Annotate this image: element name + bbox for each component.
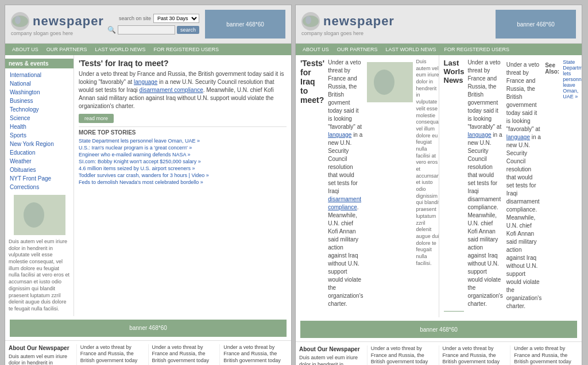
right-right-link2[interactable]: language: [506, 134, 530, 140]
left-sidebar-link-nyt[interactable]: NYT Front Page: [5, 174, 74, 183]
left-story-1[interactable]: U.S.: Iran's nuclear program is a 'great…: [79, 144, 287, 151]
left-sidebar-link-business[interactable]: Business: [5, 97, 74, 105]
left-search-bar: search on site Past 30 Days: [119, 14, 199, 23]
right-bottom-about-body: Duis autem vel eum iriure dolor in hendr…: [299, 355, 363, 365]
right-main-content: 'Tests' for Iraq to meet? Under a veto t…: [296, 55, 582, 317]
svg-point-3: [24, 202, 44, 228]
left-logo-tagline: company slogan goes here: [11, 30, 104, 36]
left-search-icon: 🔍: [107, 26, 116, 34]
right-see-also-label: See Also:: [545, 62, 559, 314]
left-search-input[interactable]: [118, 25, 175, 34]
left-search-button[interactable]: search: [177, 26, 199, 34]
left-nav-about[interactable]: ABOUT US: [9, 45, 42, 53]
left-sidebar-link-corrections[interactable]: Corrections: [5, 183, 74, 191]
right-left-link2[interactable]: disarmament compliance: [328, 196, 361, 210]
left-bottom-col2-body: Under a veto threat by France and Russia…: [152, 344, 216, 365]
left-sidebar-link-international[interactable]: International: [5, 71, 74, 79]
right-nav-world[interactable]: LAST WORLD NEWS: [382, 45, 440, 53]
right-left-content: 'Tests' for Iraq to meet? Under a veto t…: [296, 55, 439, 317]
left-sidebar-image: [14, 195, 65, 235]
svg-point-7: [374, 70, 394, 95]
left-main-body-link2[interactable]: disarmament compliance: [140, 87, 203, 93]
left-nav-bar: ABOUT US OUR PARTNERS LAST WORLD NEWS FO…: [5, 44, 291, 55]
left-main-body-link[interactable]: language: [134, 79, 157, 85]
right-bottom-col-3: Under a veto threat by France and Russia…: [510, 345, 582, 365]
left-bottom-about-title: About Our Newspaper: [9, 344, 73, 352]
left-read-more-button[interactable]: read more: [79, 114, 114, 123]
left-story-6[interactable]: Feds to demolish Nevada's most celebrate…: [79, 179, 287, 186]
right-bottom-col2-body: Under a veto threat by France and Russia…: [443, 345, 507, 365]
left-story-0[interactable]: State Department lets personnel leave Om…: [79, 137, 287, 144]
left-bottom-about-body: Duis autem vel eum iriure dolor in hendr…: [9, 354, 73, 365]
svg-point-5: [305, 16, 311, 24]
left-banner-top: banner 468*60: [205, 10, 285, 39]
right-story-0[interactable]: State Department lets personnel leave Om…: [563, 59, 582, 314]
right-bottom-col-1: Under a veto threat by France and Russia…: [368, 345, 439, 365]
right-logo-icon: [301, 12, 320, 30]
left-sidebar-link-sports[interactable]: Sports: [5, 131, 74, 140]
right-bottom-col3-body: Under a veto threat by France and Russia…: [514, 345, 578, 365]
left-content-area: 'Tests' for Iraq to meet? Under a veto t…: [74, 55, 291, 316]
right-left-headline: 'Tests' for Iraq to meet?: [300, 59, 324, 312]
right-sidebar-lorem: Duis autem vel eum iriure dolor in hendr…: [416, 59, 439, 314]
left-story-2[interactable]: Engineer who e-mailed warning defends NA…: [79, 151, 287, 158]
right-nav-about[interactable]: ABOUT US: [299, 45, 332, 53]
right-sidebar-image: [367, 62, 413, 102]
left-sidebar-link-national[interactable]: National: [5, 79, 74, 88]
right-logo-tagline: company slogan goes here: [301, 30, 394, 36]
right-right-body2: Under a veto threat by France and Russia…: [506, 61, 541, 310]
right-banner-middle: banner 468*60: [300, 321, 577, 338]
left-main-content: news & events International National Was…: [5, 55, 291, 316]
left-header-right: search on site Past 30 Days 🔍 search: [107, 14, 199, 34]
left-main-body: Under a veto threat by France and Russia…: [79, 70, 287, 110]
left-story-4[interactable]: 4.6 million items seized by U.S. airport…: [79, 165, 287, 172]
left-bottom-col-1: Under a veto threat by France and Russia…: [77, 344, 149, 365]
left-sidebar-link-science[interactable]: Science: [5, 114, 74, 122]
right-right-link1[interactable]: language: [467, 132, 491, 138]
left-search-select[interactable]: Past 30 Days: [153, 14, 199, 23]
right-last-world-title: Last Worls News: [444, 59, 465, 312]
left-sidebar-lorem: Duis autem vel eum iriure dolor in hendr…: [5, 239, 74, 313]
left-search-label: search on site: [119, 16, 151, 21]
left-search-input-wrap: 🔍 search: [107, 25, 199, 34]
left-nav-world[interactable]: LAST WORLD NEWS: [92, 45, 149, 53]
left-sidebar-link-washington[interactable]: Washington: [5, 88, 74, 97]
left-sidebar-link-obituaries[interactable]: Obituaries: [5, 166, 74, 174]
left-story-3[interactable]: SI.com: Bobby Knight won't accept $250,0…: [79, 158, 287, 165]
left-sidebar-link-education[interactable]: Education: [5, 148, 74, 157]
right-right-content: Last Worls News Under a veto threat by F…: [439, 55, 582, 317]
right-bottom-col-2: Under a veto threat by France and Russia…: [439, 345, 511, 365]
left-banner-middle: banner 468*60: [10, 320, 287, 337]
left-sidebar-link-technology[interactable]: Technology: [5, 105, 74, 114]
right-nav-registered[interactable]: FOR REGISTERED USERS: [440, 45, 513, 53]
left-sidebar-link-newyork[interactable]: New York Region: [5, 140, 74, 148]
left-bottom-col-2: Under a veto threat by France and Russia…: [149, 344, 220, 365]
left-logo-title: newspaper: [33, 14, 104, 29]
left-more-stories-title: MORE TOP STORIES: [79, 129, 287, 136]
left-bottom-col3-body: Under a veto threat by France and Russia…: [223, 344, 288, 365]
right-bottom-col1-body: Under a veto threat by France and Russia…: [371, 345, 435, 365]
right-bottom-section: About Our Newspaper Duis autem vel eum i…: [296, 341, 582, 365]
left-nav-partners[interactable]: OUR PARTNERS: [43, 45, 91, 53]
right-header: newspaper company slogan goes here banne…: [296, 5, 582, 44]
left-nav-registered[interactable]: FOR REGISTERED USERS: [150, 45, 222, 53]
right-logo-title: newspaper: [323, 14, 394, 29]
right-left-link[interactable]: language: [328, 132, 351, 138]
left-sidebar-link-health[interactable]: Health: [5, 122, 74, 131]
page-wrapper: newspaper company slogan goes here searc…: [0, 0, 588, 365]
left-bottom-col1-body: Under a veto threat by France and Russia…: [80, 344, 145, 365]
svg-point-1: [15, 16, 21, 24]
left-story-5[interactable]: Toddler survives car crash, wanders for …: [79, 172, 287, 179]
left-bottom-col-3: Under a veto threat by France and Russia…: [220, 344, 291, 365]
left-bottom-col-0: About Our Newspaper Duis autem vel eum i…: [5, 344, 77, 365]
left-header: newspaper company slogan goes here searc…: [5, 5, 291, 44]
left-sidebar-link-weather[interactable]: Weather: [5, 157, 74, 166]
right-nav-partners[interactable]: OUR PARTNERS: [334, 45, 381, 53]
left-sidebar: news & events International National Was…: [5, 55, 74, 316]
left-site-panel: newspaper company slogan goes here searc…: [5, 5, 292, 365]
left-sidebar-section-title: news & events: [5, 59, 74, 68]
left-logo-icon: [11, 12, 29, 30]
left-main-headline: 'Tests' for Iraq to meet?: [79, 59, 287, 68]
right-right-body1: Under a veto threat by France and Russia…: [467, 59, 502, 310]
right-left-body: Under a veto threat by France and Russia…: [328, 59, 363, 310]
